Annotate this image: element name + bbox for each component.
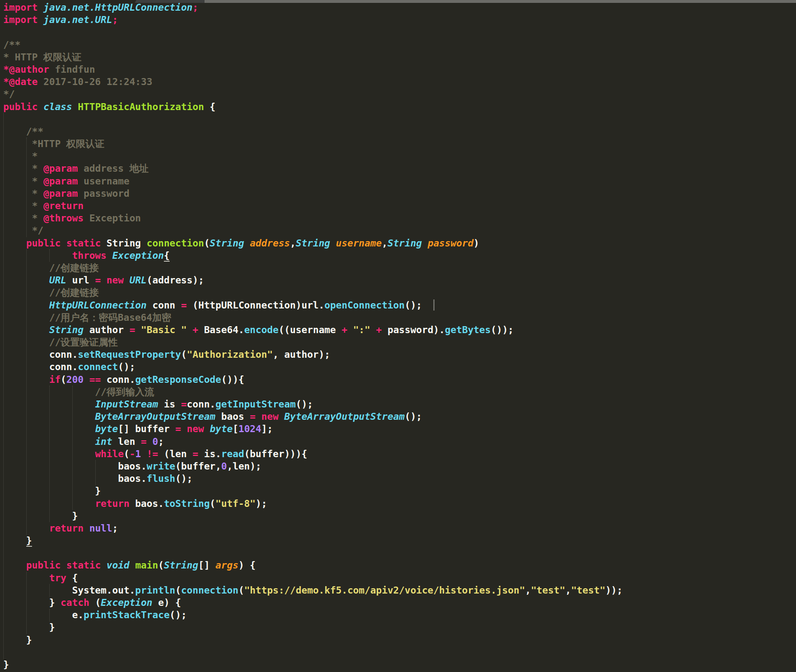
code-token: (: [158, 559, 164, 571]
code-token: [278, 411, 284, 422]
code-token: [244, 237, 250, 249]
code-token: read: [221, 448, 244, 459]
code-token: +: [193, 324, 198, 335]
code-line[interactable]: InputStream is =conn.getInputStream();: [3, 398, 796, 410]
code-line[interactable]: }: [3, 634, 796, 646]
code-token: }: [3, 510, 78, 521]
code-token: @param: [44, 188, 78, 199]
code-line[interactable]: import java.net.URL;: [3, 14, 796, 26]
code-line[interactable]: URL url = new URL(address);: [3, 274, 796, 286]
code-token: *@date: [3, 76, 38, 87]
code-line[interactable]: * @param address 地址: [3, 162, 796, 175]
code-line[interactable]: /**: [3, 125, 796, 138]
code-token: //用户名：密码Base64加密: [3, 312, 171, 323]
code-token: String: [296, 237, 330, 249]
code-token: conn.: [187, 398, 216, 410]
code-line[interactable]: if(200 == conn.getResponseCode()){: [3, 373, 796, 386]
code-token: return: [95, 498, 129, 509]
code-token: [135, 324, 141, 335]
code-line[interactable]: baos.write(buffer,0,len);: [3, 460, 796, 472]
code-line[interactable]: byte[] buffer = new byte[1024];: [3, 423, 796, 435]
code-token: password: [428, 237, 474, 249]
code-token: [3, 448, 95, 459]
code-token: username: [336, 237, 382, 249]
code-line[interactable]: baos.flush();: [3, 472, 796, 485]
code-token: @throws: [44, 212, 84, 223]
code-token: [61, 237, 67, 249]
code-line[interactable]: }: [3, 534, 796, 547]
code-line[interactable]: *: [3, 150, 796, 162]
code-line[interactable]: //创建链接: [3, 262, 796, 274]
code-line[interactable]: }: [3, 510, 796, 522]
code-token: args: [216, 559, 239, 571]
code-line[interactable]: * @throws Exception: [3, 212, 796, 224]
code-line[interactable]: *HTTP 权限认证: [3, 138, 796, 150]
code-line[interactable]: public class HTTPBasicAuthorization {: [3, 101, 796, 113]
code-token: password).: [382, 324, 445, 335]
code-token: baos: [216, 411, 250, 422]
code-line[interactable]: return null;: [3, 522, 796, 534]
code-line[interactable]: while(-1 != (len = is.read(buffer))){: [3, 448, 796, 460]
code-line[interactable]: * HTTP 权限认证: [3, 51, 796, 63]
code-line[interactable]: */: [3, 88, 796, 100]
code-line[interactable]: String author = "Basic " + Base64.encode…: [3, 324, 796, 336]
code-line[interactable]: }: [3, 621, 796, 633]
code-line[interactable]: return baos.toString("utf-8");: [3, 497, 796, 510]
code-line[interactable]: int len = 0;: [3, 435, 796, 448]
code-line[interactable]: *@date 2017-10-26 12:24:33: [3, 76, 796, 88]
code-line[interactable]: * @param password: [3, 187, 796, 200]
code-line[interactable]: //得到输入流: [3, 386, 796, 398]
code-line[interactable]: conn.setRequestProperty("Authorization",…: [3, 348, 796, 361]
code-line[interactable]: } catch (Exception e) {: [3, 596, 796, 609]
code-line[interactable]: }: [3, 485, 796, 497]
code-token: static: [67, 237, 101, 249]
code-token: {: [164, 250, 170, 262]
code-line[interactable]: ByteArrayOutputStream baos = new ByteArr…: [3, 410, 796, 423]
code-line[interactable]: //创建链接: [3, 286, 796, 299]
code-token: address: [250, 237, 290, 249]
code-line[interactable]: */: [3, 224, 796, 237]
code-token: new: [106, 274, 124, 285]
code-token: =: [141, 436, 147, 447]
code-line[interactable]: import java.net.HttpURLConnection;: [3, 1, 796, 14]
code-line[interactable]: /**: [3, 39, 796, 51]
code-token: (buffer))){: [244, 448, 307, 459]
code-line[interactable]: [3, 547, 796, 559]
code-line[interactable]: System.out.println(connection("https://d…: [3, 584, 796, 596]
code-token: (: [89, 597, 101, 608]
code-line[interactable]: public static void main(String[] args) {: [3, 559, 796, 571]
code-line[interactable]: e.printStackTrace();: [3, 609, 796, 621]
code-token: Exception: [83, 212, 141, 223]
code-line[interactable]: * @return: [3, 200, 796, 212]
code-token: (: [175, 585, 181, 596]
code-token: (: [124, 448, 129, 459]
code-token: }: [26, 535, 32, 547]
code-line[interactable]: //用户名：密码Base64加密: [3, 311, 796, 324]
code-line[interactable]: * @param username: [3, 175, 796, 187]
code-token: ;: [112, 14, 118, 25]
code-line[interactable]: [3, 646, 796, 658]
code-line[interactable]: conn.connect();: [3, 361, 796, 373]
code-token: [3, 324, 49, 335]
code-token: [3, 411, 95, 422]
code-token: =: [129, 324, 135, 335]
code-token: ): [474, 237, 479, 249]
code-line[interactable]: try {: [3, 572, 796, 584]
code-token: HttpURLConnection: [49, 299, 147, 311]
code-line[interactable]: public static String connection(String a…: [3, 237, 796, 249]
code-line[interactable]: }: [3, 658, 796, 671]
code-line[interactable]: *@author findfun: [3, 63, 796, 76]
code-token: [3, 398, 95, 410]
code-token: [83, 522, 89, 534]
code-line[interactable]: [3, 26, 796, 38]
code-area[interactable]: import java.net.HttpURLConnection;import…: [3, 1, 796, 671]
code-token: [347, 324, 353, 335]
code-line[interactable]: HttpURLConnection conn = (HttpURLConnect…: [3, 299, 796, 311]
code-token: [141, 448, 147, 459]
code-line[interactable]: throws Exception{: [3, 249, 796, 262]
code-token: ByteArrayOutputStream: [284, 411, 405, 422]
code-token: @param: [44, 175, 78, 186]
code-editor-window[interactable]: import java.net.HttpURLConnection;import…: [0, 0, 796, 672]
code-line[interactable]: [3, 113, 796, 125]
code-line[interactable]: //设置验证属性: [3, 336, 796, 348]
